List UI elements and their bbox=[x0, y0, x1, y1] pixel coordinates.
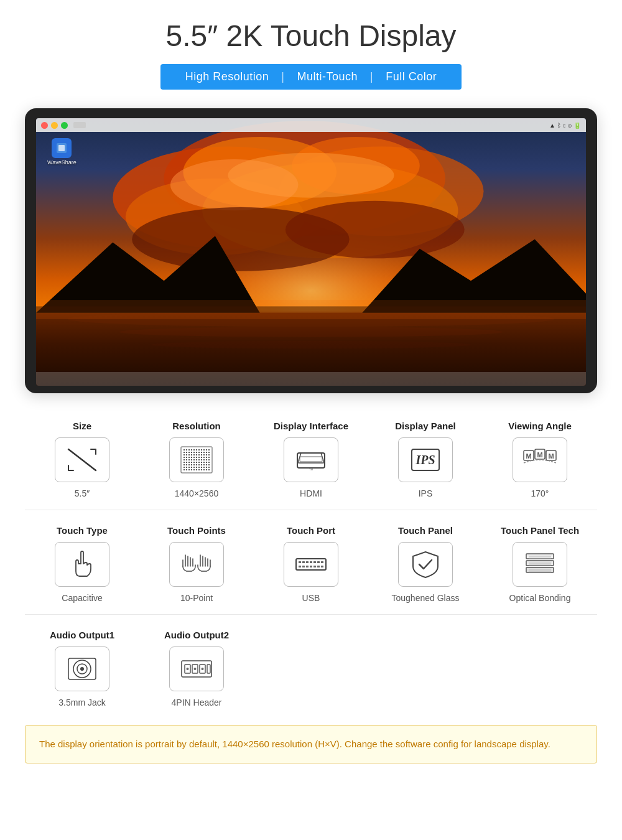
badge-multi-touch: Multi-Touch bbox=[297, 70, 358, 83]
mac-dot-yellow bbox=[51, 122, 58, 129]
svg-rect-118 bbox=[196, 469, 197, 470]
spec-touch-panel-label: Touch Panel bbox=[398, 525, 453, 536]
svg-text:M: M bbox=[548, 452, 554, 460]
spec-resolution-label: Resolution bbox=[172, 421, 221, 431]
svg-rect-22 bbox=[36, 300, 586, 319]
svg-rect-85 bbox=[196, 462, 197, 463]
svg-rect-68 bbox=[208, 457, 210, 458]
svg-rect-106 bbox=[193, 467, 195, 468]
svg-rect-110 bbox=[203, 467, 205, 468]
svg-rect-103 bbox=[186, 467, 187, 468]
spec-resolution: Resolution // Generate grid dots inline … bbox=[139, 416, 254, 503]
svg-rect-97 bbox=[198, 464, 200, 465]
svg-rect-145 bbox=[306, 566, 309, 567]
svg-rect-146 bbox=[310, 566, 312, 567]
spec-empty-4 bbox=[368, 625, 483, 712]
svg-rect-89 bbox=[206, 462, 207, 463]
svg-rect-120 bbox=[201, 469, 202, 470]
spec-display-panel-label: Display Panel bbox=[395, 421, 456, 431]
spec-touch-panel-tech-icon-box bbox=[513, 542, 567, 587]
svg-rect-76 bbox=[201, 459, 202, 460]
svg-rect-83 bbox=[191, 462, 192, 463]
spec-resolution-value: 1440×2560 bbox=[175, 488, 218, 498]
shield-check-icon bbox=[407, 549, 444, 580]
spec-touch-port-icon-box bbox=[284, 542, 338, 587]
mac-dot-green bbox=[61, 122, 68, 129]
spec-touch-port-label: Touch Port bbox=[287, 525, 335, 536]
hdmi-port-icon: ™ bbox=[292, 444, 330, 475]
svg-rect-122 bbox=[206, 469, 207, 470]
touch-hands-icon bbox=[178, 549, 215, 580]
svg-rect-67 bbox=[206, 457, 207, 458]
svg-rect-44 bbox=[203, 452, 205, 453]
spec-viewing-angle-value: 170° bbox=[531, 488, 549, 498]
svg-rect-74 bbox=[196, 459, 197, 460]
feature-badges: High Resolution | Multi-Touch | Full Col… bbox=[160, 64, 462, 90]
spec-display-interface-icon-box: ™ bbox=[284, 437, 338, 482]
svg-rect-100 bbox=[206, 464, 207, 465]
svg-rect-53 bbox=[198, 454, 200, 455]
svg-rect-78 bbox=[206, 459, 207, 460]
svg-rect-38 bbox=[188, 452, 190, 453]
svg-rect-116 bbox=[191, 469, 192, 470]
svg-rect-27 bbox=[188, 449, 190, 450]
desktop-icon-img bbox=[52, 138, 72, 158]
svg-rect-107 bbox=[196, 467, 197, 468]
specs-row-3: Audio Output1 3.5mm Jack Audio Output2 bbox=[25, 625, 597, 712]
svg-rect-143 bbox=[299, 566, 301, 567]
svg-text:M: M bbox=[526, 452, 531, 460]
svg-rect-87 bbox=[201, 462, 202, 463]
svg-rect-121 bbox=[203, 469, 205, 470]
svg-rect-47 bbox=[183, 454, 185, 455]
mac-menubar-right: ▲ ᛒ ≋ ⊕ 🔋 bbox=[549, 122, 581, 129]
svg-rect-26 bbox=[186, 449, 187, 450]
svg-rect-42 bbox=[198, 452, 200, 453]
spec-size-label: Size bbox=[73, 421, 91, 431]
spec-display-interface-value: HDMI bbox=[300, 488, 322, 498]
svg-rect-36 bbox=[183, 452, 185, 453]
svg-rect-28 bbox=[191, 449, 192, 450]
divider-2 bbox=[25, 614, 597, 615]
svg-rect-101 bbox=[208, 464, 210, 465]
display-screen: ▲ ᛒ ≋ ⊕ 🔋 WaveShare bbox=[36, 118, 586, 386]
spec-audio-output1-value: 3.5mm Jack bbox=[58, 698, 105, 707]
svg-rect-114 bbox=[186, 469, 187, 470]
specs-row-2: Touch Type Capacitive Touch Points bbox=[25, 520, 597, 608]
layers-icon bbox=[521, 549, 559, 580]
spec-touch-panel-tech: Touch Panel Tech Optical Bonding bbox=[483, 520, 597, 608]
ips-panel-icon: IPS bbox=[407, 444, 444, 475]
svg-rect-43 bbox=[201, 452, 202, 453]
svg-rect-147 bbox=[313, 566, 316, 567]
svg-rect-115 bbox=[188, 469, 190, 470]
svg-rect-141 bbox=[317, 561, 320, 563]
desktop-icon-label: WaveShare bbox=[47, 159, 77, 166]
svg-rect-88 bbox=[203, 462, 205, 463]
svg-rect-50 bbox=[191, 454, 192, 455]
note-text: The display orientation is portrait by d… bbox=[39, 737, 583, 752]
svg-rect-37 bbox=[186, 452, 187, 453]
svg-text:IPS: IPS bbox=[415, 453, 435, 467]
badge-high-res: High Resolution bbox=[185, 70, 269, 83]
svg-rect-58 bbox=[183, 457, 185, 458]
spec-touch-port-value: USB bbox=[302, 593, 320, 603]
spec-touch-panel: Touch Panel Toughened Glass bbox=[368, 520, 483, 608]
spec-touch-panel-tech-value: Optical Bonding bbox=[509, 593, 571, 603]
spec-touch-type: Touch Type Capacitive bbox=[25, 520, 139, 608]
svg-rect-95 bbox=[193, 464, 195, 465]
spec-display-panel: Display Panel IPS IPS bbox=[368, 416, 483, 503]
svg-rect-91 bbox=[183, 464, 185, 465]
svg-rect-63 bbox=[196, 457, 197, 458]
svg-rect-104 bbox=[188, 467, 190, 468]
svg-rect-48 bbox=[186, 454, 187, 455]
desktop-icon: WaveShare bbox=[47, 138, 77, 166]
spec-audio-output1-label: Audio Output1 bbox=[50, 630, 114, 640]
svg-rect-57 bbox=[208, 454, 210, 455]
svg-rect-60 bbox=[188, 457, 190, 458]
spec-audio-output1: Audio Output1 3.5mm Jack bbox=[25, 625, 139, 712]
svg-rect-90 bbox=[208, 462, 210, 463]
spec-empty-5 bbox=[483, 625, 597, 712]
spec-size-value: 5.5″ bbox=[75, 488, 90, 498]
svg-point-14 bbox=[285, 201, 465, 259]
specs-row-1: Size 5.5″ Resolution // Generate grid do… bbox=[25, 416, 597, 503]
spec-audio-output2-value: 4PIN Header bbox=[172, 698, 222, 707]
